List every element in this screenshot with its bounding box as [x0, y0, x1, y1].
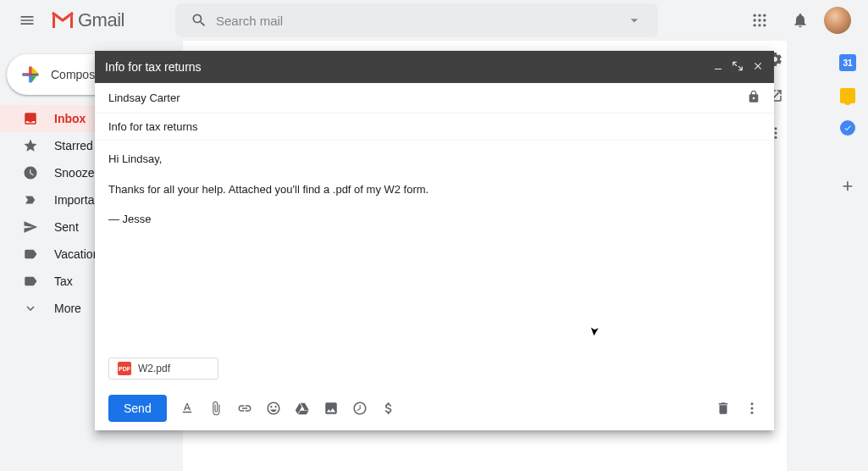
nav-label: More: [54, 302, 81, 315]
lock-icon[interactable]: [747, 90, 760, 106]
svg-point-4: [754, 19, 756, 21]
add-addon-button[interactable]: +: [831, 169, 865, 203]
inbox-icon: [22, 111, 39, 126]
calendar-day: 31: [843, 58, 852, 68]
svg-point-15: [751, 407, 754, 410]
keep-addon[interactable]: [840, 88, 855, 103]
clock-icon: [22, 165, 39, 180]
star-icon: [22, 138, 39, 153]
dialog-header[interactable]: Info for tax returns: [95, 51, 774, 83]
recipients-field[interactable]: Lindsay Carter: [95, 83, 774, 114]
close-icon[interactable]: [752, 60, 764, 75]
compose-dialog: Info for tax returns Lindsay Carter Info…: [95, 51, 774, 430]
label-icon: [22, 247, 39, 262]
body-line: Thanks for all your help. Attached you'l…: [108, 181, 760, 198]
formatting-icon[interactable]: [179, 400, 196, 417]
svg-point-14: [751, 402, 754, 405]
calendar-addon[interactable]: 31: [839, 54, 856, 71]
dialog-title: Info for tax returns: [105, 60, 713, 74]
compose-toolbar: Send: [95, 386, 774, 430]
svg-point-6: [763, 19, 766, 21]
compose-label: Compose: [51, 68, 102, 81]
search-icon[interactable]: [182, 12, 216, 29]
plus-icon: [17, 61, 44, 88]
svg-point-12: [775, 136, 777, 139]
drive-icon[interactable]: [294, 400, 311, 417]
search-input[interactable]: [216, 14, 617, 28]
svg-point-8: [758, 24, 760, 26]
pdf-icon: PDF: [118, 362, 131, 375]
attach-icon[interactable]: [207, 400, 224, 417]
nav-label: Snoozed: [54, 166, 101, 180]
send-button[interactable]: Send: [108, 395, 167, 422]
account-avatar[interactable]: [824, 7, 851, 34]
notifications-icon[interactable]: [783, 3, 817, 37]
apps-icon[interactable]: [743, 3, 777, 37]
attachment-name: W2.pdf: [138, 363, 170, 374]
label-icon: [22, 274, 39, 289]
recipient-name: Lindsay Carter: [108, 91, 747, 104]
attachment-chip[interactable]: PDF W2.pdf: [108, 357, 218, 380]
important-icon: [22, 192, 39, 208]
search-options-dropdown[interactable]: [617, 12, 651, 29]
minimize-icon[interactable]: [713, 60, 723, 74]
more-vert-icon[interactable]: [744, 400, 760, 417]
svg-point-16: [751, 412, 754, 414]
delete-icon[interactable]: [715, 400, 732, 417]
message-body[interactable]: Hi Lindsay, Thanks for all your help. At…: [95, 141, 774, 357]
subject-text: Info for tax returns: [108, 120, 198, 133]
svg-point-1: [754, 14, 756, 17]
image-icon[interactable]: [323, 400, 340, 417]
nav-label: Sent: [54, 220, 79, 234]
svg-point-5: [758, 19, 760, 21]
body-line: Hi Lindsay,: [108, 151, 760, 168]
money-icon[interactable]: [380, 400, 397, 417]
nav-label: Vacation: [54, 247, 99, 261]
subject-field[interactable]: Info for tax returns: [95, 114, 774, 141]
confidential-icon[interactable]: [351, 400, 368, 417]
svg-point-7: [754, 24, 756, 26]
body-line: — Jesse: [108, 211, 760, 228]
link-icon[interactable]: [236, 400, 253, 417]
nav-label: Inbox: [54, 112, 86, 125]
gmail-logo[interactable]: Gmail: [51, 9, 124, 31]
menu-button[interactable]: [7, 0, 47, 41]
emoji-icon[interactable]: [265, 400, 282, 417]
svg-point-10: [775, 127, 777, 130]
svg-point-9: [763, 24, 766, 26]
svg-rect-13: [715, 69, 721, 69]
sent-icon: [22, 219, 39, 235]
nav-label: Tax: [54, 274, 73, 288]
tasks-addon[interactable]: [840, 120, 855, 136]
side-panel: 31 +: [827, 41, 868, 471]
svg-point-2: [758, 14, 760, 17]
chevron-down-icon: [22, 301, 39, 316]
svg-point-11: [775, 132, 777, 135]
nav-label: Starred: [54, 139, 93, 152]
search-bar[interactable]: [175, 3, 658, 37]
fullscreen-exit-icon[interactable]: [732, 60, 744, 75]
svg-point-3: [763, 14, 766, 17]
logo-text: Gmail: [78, 9, 124, 31]
